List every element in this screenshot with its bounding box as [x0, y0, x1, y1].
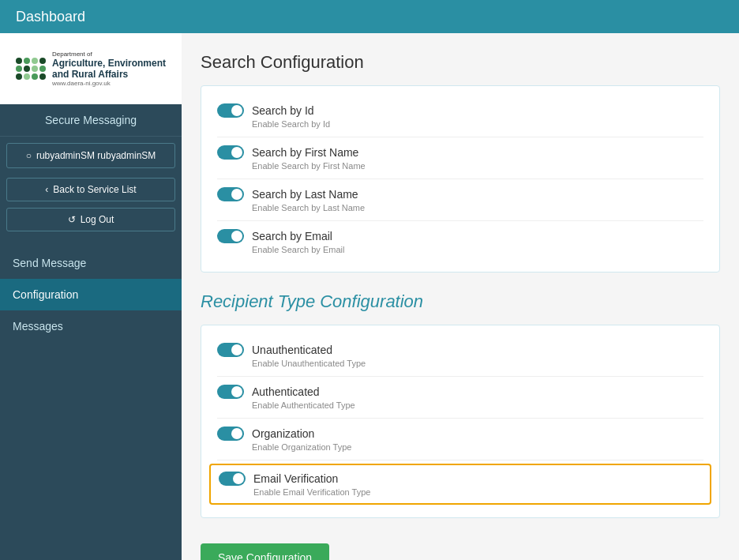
dot — [39, 66, 46, 72]
search-by-id-label: Search by Id — [252, 104, 314, 117]
search-by-last-name-row: Search by Last Name Enable Search by Las… — [217, 179, 703, 221]
dot — [24, 58, 30, 64]
search-by-email-row: Search by Email Enable Search by Email — [217, 221, 703, 262]
search-by-first-name-row: Search by First Name Enable Search by Fi… — [217, 137, 703, 179]
search-by-email-toggle[interactable] — [217, 229, 244, 243]
logo-dots — [16, 58, 46, 80]
unauthenticated-row: Unauthenticated Enable Unauthenticated T… — [217, 335, 703, 377]
authenticated-label: Authenticated — [252, 385, 320, 398]
unauthenticated-toggle-row: Unauthenticated — [217, 343, 703, 357]
logo-icon: Department of Agriculture, Environment a… — [16, 51, 166, 88]
back-to-service-button[interactable]: ‹ Back to Service List — [6, 178, 175, 201]
dot — [39, 58, 46, 64]
authenticated-toggle-row: Authenticated — [217, 385, 703, 399]
search-by-first-name-toggle[interactable] — [217, 145, 244, 160]
sidebar-item-send-message[interactable]: Send Message — [0, 247, 182, 279]
email-verification-label: Email Verification — [253, 472, 338, 485]
search-by-first-name-desc: Enable Search by First Name — [252, 161, 703, 171]
dept-name-line2: and Rural Affairs — [52, 69, 166, 80]
email-verification-toggle-row: Email Verification — [219, 472, 702, 486]
search-by-last-name-label: Search by Last Name — [252, 188, 358, 201]
sidebar-section-title: Secure Messaging — [0, 104, 182, 137]
search-by-last-name-toggle-row: Search by Last Name — [217, 187, 703, 201]
search-config-card: Search by Id Enable Search by Id Search … — [201, 85, 720, 272]
dot — [32, 66, 38, 72]
dot — [24, 73, 30, 80]
sidebar-logo: Department of Agriculture, Environment a… — [0, 33, 182, 104]
sidebar-username: rubyadminSM rubyadminSM — [36, 150, 156, 161]
authenticated-toggle[interactable] — [217, 385, 244, 399]
authenticated-row: Authenticated Enable Authenticated Type — [217, 377, 703, 419]
search-by-email-label: Search by Email — [252, 230, 332, 242]
dot — [16, 73, 22, 80]
sidebar-nav: Send Message Configuration Messages — [0, 247, 182, 342]
recipient-config-card: Unauthenticated Enable Unauthenticated T… — [201, 325, 720, 518]
dot — [32, 58, 38, 64]
logout-icon: ↺ — [68, 214, 76, 225]
sidebar-item-messages[interactable]: Messages — [0, 310, 182, 342]
user-icon: ○ — [26, 150, 32, 161]
search-by-id-row: Search by Id Enable Search by Id — [217, 96, 703, 137]
email-verification-desc: Enable Email Verification Type — [253, 487, 702, 497]
organization-toggle[interactable] — [217, 427, 244, 441]
dot — [32, 73, 38, 80]
search-by-last-name-desc: Enable Search by Last Name — [252, 203, 703, 212]
dot — [24, 66, 30, 72]
search-by-first-name-label: Search by First Name — [252, 146, 358, 159]
search-by-last-name-toggle[interactable] — [217, 187, 244, 201]
recipient-config-title: Recipient Type Configuration — [201, 291, 720, 312]
main-content: Search Configuration Search by Id Enable… — [182, 33, 739, 560]
search-config-title: Search Configuration — [201, 52, 720, 73]
search-by-email-toggle-row: Search by Email — [217, 229, 703, 243]
chevron-left-icon: ‹ — [45, 184, 48, 195]
recipient-title-part2-text: Type Configuration — [278, 291, 423, 311]
dept-name-line1: Agriculture, Environment — [52, 58, 166, 69]
sidebar: Department of Agriculture, Environment a… — [0, 33, 182, 560]
recipient-title-part1: Recipient — [201, 291, 273, 311]
dot — [39, 73, 46, 80]
logo-text-block: Department of Agriculture, Environment a… — [52, 51, 166, 88]
email-verification-toggle[interactable] — [219, 472, 246, 486]
dot — [16, 66, 22, 72]
organization-desc: Enable Organization Type — [252, 442, 703, 452]
authenticated-desc: Enable Authenticated Type — [252, 400, 703, 410]
email-verification-row: Email Verification Enable Email Verifica… — [209, 464, 711, 505]
search-by-id-desc: Enable Search by Id — [252, 119, 703, 129]
search-by-id-toggle-row: Search by Id — [217, 103, 703, 118]
sidebar-item-configuration[interactable]: Configuration — [0, 279, 182, 310]
top-bar: Dashboard — [0, 0, 739, 33]
top-bar-title: Dashboard — [16, 9, 85, 25]
dept-url: www.daera-ni.gov.uk — [52, 80, 166, 87]
organization-row: Organization Enable Organization Type — [217, 419, 703, 460]
search-by-first-name-toggle-row: Search by First Name — [217, 145, 703, 160]
logout-button[interactable]: ↺ Log Out — [6, 208, 175, 231]
organization-toggle-row: Organization — [217, 427, 703, 441]
sidebar-user: ○ rubyadminSM rubyadminSM — [6, 143, 175, 168]
main-layout: Department of Agriculture, Environment a… — [0, 33, 739, 560]
dept-label: Department of — [52, 51, 166, 58]
search-by-email-desc: Enable Search by Email — [252, 245, 703, 254]
dot — [16, 58, 22, 64]
back-label: Back to Service List — [53, 184, 136, 195]
organization-label: Organization — [252, 427, 314, 440]
unauthenticated-label: Unauthenticated — [252, 344, 332, 356]
search-by-id-toggle[interactable] — [217, 103, 244, 118]
unauthenticated-desc: Enable Unauthenticated Type — [252, 359, 703, 368]
save-configuration-button[interactable]: Save Configuration — [201, 543, 329, 560]
logout-label: Log Out — [81, 214, 114, 225]
unauthenticated-toggle[interactable] — [217, 343, 244, 357]
